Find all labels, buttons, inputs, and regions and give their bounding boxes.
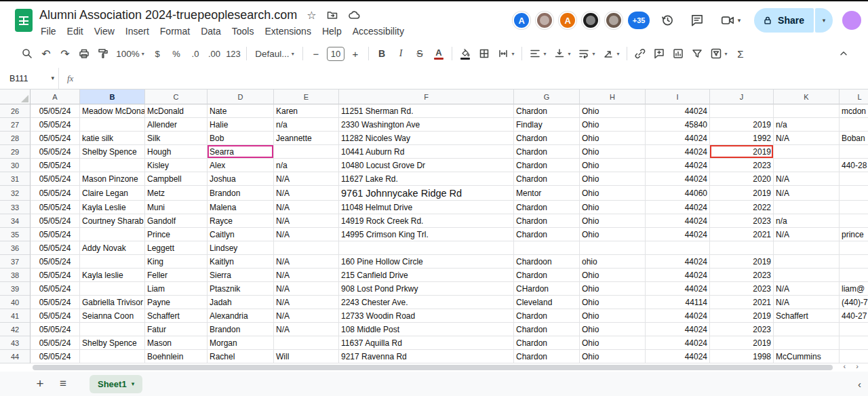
cell-B43[interactable]: Shelby Spence [80,336,145,350]
cell-A34[interactable]: 05/05/24 [31,214,80,228]
menu-edit[interactable]: Edit [62,24,89,38]
cell-G38[interactable]: Chardon [514,269,580,282]
cell-K32[interactable]: N/A [774,186,840,201]
cell-J43[interactable]: 2019 [710,336,774,350]
cell-I37[interactable]: 44024 [646,255,710,269]
cell-B27[interactable] [80,118,145,132]
cell-C28[interactable]: Silk [145,132,208,145]
cell-J26[interactable] [710,104,774,118]
functions-button[interactable]: Σ [731,44,750,63]
select-all-corner[interactable] [0,90,31,104]
cell-G39[interactable]: CHardon [514,282,580,296]
user-avatar[interactable] [842,11,861,30]
column-header-B[interactable]: B [80,90,145,104]
cell-K36[interactable] [774,241,840,255]
cell-H42[interactable]: Ohio [580,323,646,336]
cell-I41[interactable]: 44024 [646,309,710,323]
sheet-tab-sheet1[interactable]: Sheet1 ▾ [90,375,142,393]
vertical-align-button[interactable]: ▾ [550,44,574,63]
cell-B28[interactable]: katie silk [80,132,145,145]
cell-J35[interactable]: 2021 [710,228,774,241]
scrollbar-arrows[interactable]: ‹ › [844,362,863,370]
menu-format[interactable]: Format [155,24,195,38]
row-header-31[interactable]: 31 [0,172,31,186]
cell-C42[interactable]: Fatur [145,323,208,336]
column-header-H[interactable]: H [580,90,646,104]
cell-F39[interactable]: 908 Lost Pond Prkwy [339,282,514,296]
cell-I44[interactable]: 44024 [646,350,710,363]
collaborator-avatar-4[interactable] [582,12,599,29]
cell-E37[interactable]: N/A [274,255,339,269]
share-button[interactable]: Share [754,8,814,33]
cell-I35[interactable]: 44024 [646,228,710,241]
menu-file[interactable]: File [35,24,62,38]
cell-C36[interactable]: Leggett [145,241,208,255]
cell-A42[interactable]: 05/05/24 [31,323,80,336]
cell-J42[interactable]: 2023 [710,323,774,336]
cell-K40[interactable]: N/A [774,296,840,309]
cell-L29[interactable] [840,145,868,159]
format-currency-button[interactable]: $ [148,44,167,63]
cell-I38[interactable]: 44024 [646,269,710,282]
cell-B33[interactable]: Kayla Leslie [80,201,145,214]
cell-L43[interactable] [840,336,868,350]
menu-data[interactable]: Data [195,24,226,38]
cell-B37[interactable] [80,255,145,269]
cell-D32[interactable]: Brandon [208,186,274,201]
cell-K39[interactable]: N/A [774,282,840,296]
collaborator-avatar-3[interactable]: A [559,12,576,29]
all-sheets-button[interactable]: ≡ [52,374,75,394]
cell-L27[interactable] [840,118,868,132]
cell-B32[interactable]: Claire Legan [80,186,145,201]
column-header-E[interactable]: E [274,90,339,104]
cell-H30[interactable]: Ohio [580,159,646,172]
cell-A31[interactable]: 05/05/24 [31,172,80,186]
cell-C38[interactable]: Feller [145,269,208,282]
cell-C33[interactable]: Muni [145,201,208,214]
name-box[interactable]: B111 ▾ [0,74,58,83]
cell-L42[interactable] [840,323,868,336]
zoom-dropdown[interactable]: 100% ▾ [113,44,148,63]
cell-J30[interactable]: 2023 [710,159,774,172]
collaborator-avatar-1[interactable]: A [513,12,530,29]
cell-C41[interactable]: Schaffert [145,309,208,323]
cell-D27[interactable]: Halie [208,118,274,132]
cell-H32[interactable]: Ohio [580,186,646,201]
cell-F42[interactable]: 108 Middle Post [339,323,514,336]
row-header-43[interactable]: 43 [0,336,31,350]
cell-G30[interactable]: Chardon [514,159,580,172]
cell-K28[interactable]: N/A [774,132,840,145]
cell-C39[interactable]: Liam [145,282,208,296]
cell-G37[interactable]: Chardoon [514,255,580,269]
version-history-icon[interactable] [655,8,679,33]
cell-G36[interactable] [514,241,580,255]
cell-H35[interactable]: Ohio [580,228,646,241]
cell-E44[interactable]: Will [274,350,339,363]
decrease-decimal-button[interactable]: .0 [186,44,205,63]
cell-A40[interactable]: 05/05/24 [31,296,80,309]
row-header-42[interactable]: 42 [0,323,31,336]
merge-cells-button[interactable]: ▾ [494,44,518,63]
cell-J33[interactable]: 2022 [710,201,774,214]
row-header-39[interactable]: 39 [0,282,31,296]
cell-F26[interactable]: 11251 Sherman Rd. [339,104,514,118]
row-header-37[interactable]: 37 [0,255,31,269]
horizontal-align-button[interactable]: ▾ [526,44,550,63]
cell-J40[interactable]: 2021 [710,296,774,309]
cell-B40[interactable]: Gabriella Trivisor [80,296,145,309]
column-header-L[interactable]: L [840,90,868,104]
cell-A30[interactable]: 05/05/24 [31,159,80,172]
cell-J34[interactable]: 2023 [710,214,774,228]
meet-icon[interactable]: ▾ [715,8,746,33]
cell-G32[interactable]: Mentor [514,186,580,201]
cell-K34[interactable]: n/a [774,214,840,228]
row-header-35[interactable]: 35 [0,228,31,241]
redo-button[interactable]: ↷ [56,44,75,63]
cell-H29[interactable]: Ohio [580,145,646,159]
cell-G35[interactable]: Chardon [514,228,580,241]
cell-L39[interactable]: liam@ [840,282,868,296]
cell-J31[interactable]: 2020 [710,172,774,186]
row-header-36[interactable]: 36 [0,241,31,255]
menu-tools[interactable]: Tools [226,24,260,38]
cell-E26[interactable]: Karen [274,104,339,118]
